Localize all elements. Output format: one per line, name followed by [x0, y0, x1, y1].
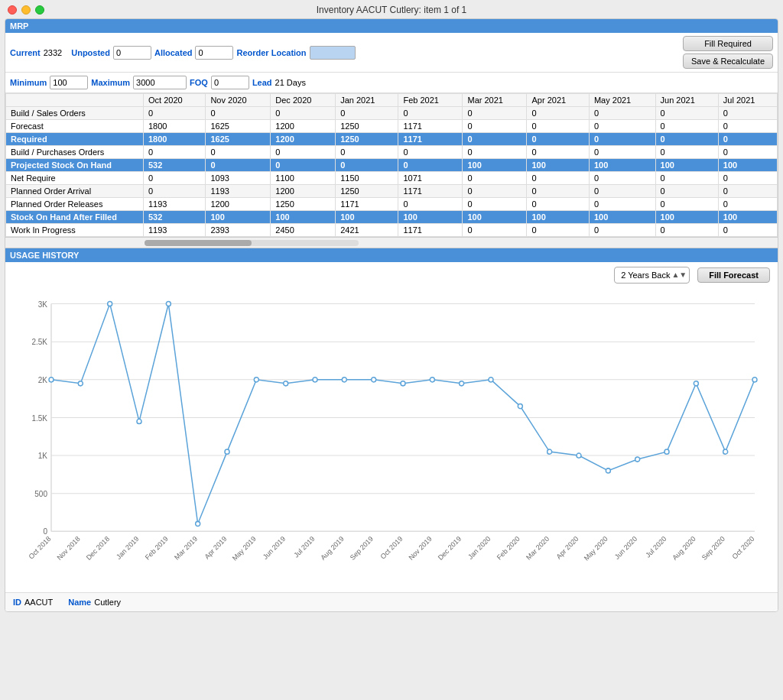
- table-cell: 0: [398, 107, 463, 120]
- table-cell: 0: [589, 133, 655, 146]
- table-cell: 0: [589, 224, 655, 237]
- svg-text:Jun 2019: Jun 2019: [262, 535, 287, 561]
- table-scrollbar[interactable]: [5, 238, 778, 248]
- maximum-input[interactable]: [133, 76, 187, 89]
- minimum-input[interactable]: [50, 76, 88, 89]
- row-label: Stock On Hand After Filled: [6, 211, 144, 224]
- fill-forecast-button[interactable]: Fill Forecast: [697, 267, 770, 283]
- svg-point-30: [460, 381, 464, 386]
- chart-container: 05001K1.5K2K2.5K3KOct 2018Nov 2018Dec 20…: [5, 288, 778, 588]
- table-cell: 0: [589, 107, 655, 120]
- save-recalc-button[interactable]: Save & Recalculate: [683, 53, 773, 69]
- years-back-select[interactable]: 1 Years Back2 Years Back3 Years Back4 Ye…: [614, 267, 690, 284]
- table-cell: 0: [527, 198, 589, 211]
- svg-point-20: [166, 301, 171, 306]
- table-cell: 0: [463, 133, 527, 146]
- reorder-label: Reorder Location: [236, 48, 306, 57]
- table-cell: 0: [271, 159, 336, 172]
- svg-text:Oct 2019: Oct 2019: [379, 535, 404, 561]
- svg-point-37: [664, 449, 669, 454]
- svg-point-35: [606, 468, 610, 473]
- reorder-input[interactable]: [310, 46, 356, 60]
- footer: ID AACUT Name Cutlery: [5, 592, 778, 611]
- table-cell: 0: [718, 107, 777, 120]
- row-label: Net Require: [6, 172, 144, 185]
- table-cell: 1200: [271, 120, 336, 133]
- table-cell: 0: [527, 107, 589, 120]
- svg-point-36: [635, 457, 640, 462]
- svg-text:3K: 3K: [38, 300, 47, 309]
- scrollbar-thumb: [145, 240, 252, 246]
- table-cell: 100: [589, 159, 655, 172]
- table-cell: 1200: [271, 133, 336, 146]
- fill-required-button[interactable]: Fill Required: [683, 36, 773, 51]
- svg-point-21: [196, 521, 200, 526]
- svg-text:1.5K: 1.5K: [31, 413, 47, 422]
- foq-input[interactable]: [211, 76, 249, 89]
- col-header-jul2021: Jul 2021: [718, 94, 777, 107]
- row-label: Required: [6, 133, 144, 146]
- close-button[interactable]: [8, 5, 17, 15]
- svg-text:Aug 2020: Aug 2020: [671, 535, 697, 562]
- table-cell: 100: [206, 211, 271, 224]
- svg-text:Jul 2020: Jul 2020: [644, 535, 668, 559]
- table-cell: 1171: [336, 198, 398, 211]
- table-cell: 100: [655, 159, 718, 172]
- table-cell: 0: [463, 198, 527, 211]
- table-cell: 0: [206, 159, 271, 172]
- table-cell: 532: [144, 159, 206, 172]
- table-row: Required1800162512001250117100000: [6, 133, 778, 146]
- table-row: Build / Purchases Orders0000000000: [6, 146, 778, 159]
- svg-text:May 2020: May 2020: [583, 535, 609, 562]
- mrp-fields-row2: Minimum Maximum FOQ Lead 21 Days: [5, 73, 778, 93]
- table-cell: 1250: [271, 198, 336, 211]
- table-cell: 1250: [336, 185, 398, 198]
- table-cell: 1171: [398, 185, 463, 198]
- table-cell: 0: [718, 185, 777, 198]
- table-cell: 0: [398, 159, 463, 172]
- col-header-jun2021: Jun 2021: [655, 94, 718, 107]
- allocated-label: Allocated: [154, 48, 193, 57]
- maximize-button[interactable]: [35, 5, 44, 15]
- svg-text:Feb 2019: Feb 2019: [144, 535, 170, 562]
- table-cell: 0: [589, 172, 655, 185]
- unposted-input[interactable]: [113, 46, 151, 60]
- svg-text:Jan 2020: Jan 2020: [466, 535, 492, 561]
- table-cell: 0: [718, 172, 777, 185]
- table-cell: 100: [527, 159, 589, 172]
- mrp-fields-row1: Current 2332 Unposted Allocated Reorder …: [5, 33, 778, 73]
- table-cell: 0: [463, 172, 527, 185]
- table-row: Stock On Hand After Filled53210010010010…: [6, 211, 778, 224]
- table-cell: 1250: [336, 120, 398, 133]
- minimize-button[interactable]: [21, 5, 31, 15]
- table-cell: 0: [589, 120, 655, 133]
- svg-text:Jul 2019: Jul 2019: [292, 535, 316, 559]
- table-cell: 0: [718, 120, 777, 133]
- svg-text:Jan 2019: Jan 2019: [115, 535, 140, 561]
- table-row: Planned Order Arrival0119312001250117100…: [6, 185, 778, 198]
- table-cell: 0: [463, 120, 527, 133]
- col-header-jan2021: Jan 2021: [336, 94, 398, 107]
- table-cell: 0: [527, 185, 589, 198]
- row-label: Forecast: [6, 120, 144, 133]
- table-cell: 1625: [206, 120, 271, 133]
- table-cell: 0: [718, 198, 777, 211]
- allocated-input[interactable]: [195, 46, 233, 60]
- mrp-buttons: Fill Required Save & Recalculate: [683, 36, 773, 69]
- svg-point-31: [489, 378, 493, 382]
- svg-text:Apr 2020: Apr 2020: [555, 535, 580, 561]
- usage-controls: 1 Years Back2 Years Back3 Years Back4 Ye…: [5, 262, 778, 288]
- footer-id-value: AACUT: [24, 598, 53, 607]
- table-row: Forecast1800162512001250117100000: [6, 120, 778, 133]
- mrp-header: MRP: [5, 19, 778, 33]
- svg-point-34: [577, 453, 581, 458]
- table-cell: 0: [271, 107, 336, 120]
- svg-point-29: [430, 378, 434, 382]
- table-cell: 0: [655, 185, 718, 198]
- table-cell: 0: [463, 185, 527, 198]
- col-header-mar2021: Mar 2021: [463, 94, 527, 107]
- svg-point-24: [284, 381, 288, 386]
- svg-text:Oct 2018: Oct 2018: [28, 535, 53, 561]
- table-cell: 1071: [398, 172, 463, 185]
- table-cell: 2393: [206, 224, 271, 237]
